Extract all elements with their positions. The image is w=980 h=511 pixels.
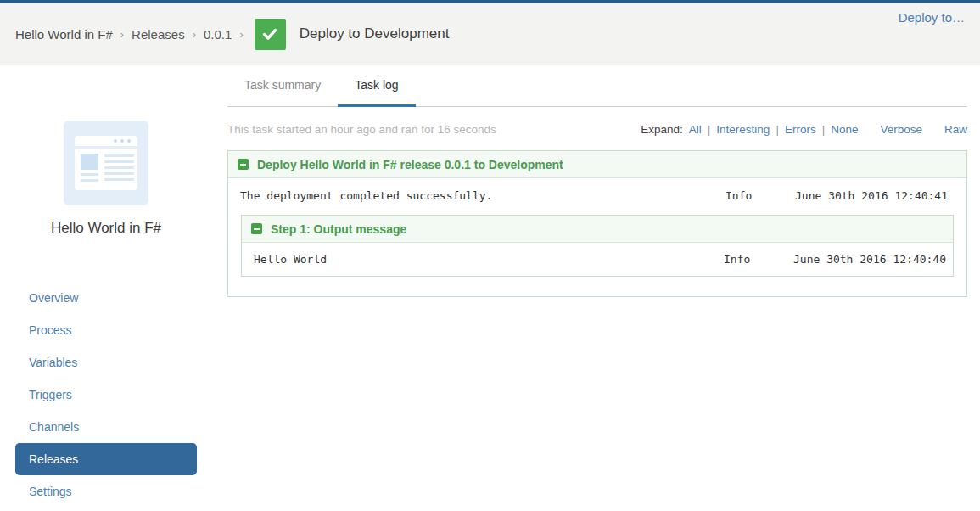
control-separator: |: [776, 123, 779, 136]
step-section-header[interactable]: Step 1: Output message: [242, 216, 953, 243]
expand-label: Expand:: [641, 123, 683, 136]
log-section-header[interactable]: Deploy Hello World in F# release 0.0.1 t…: [228, 151, 966, 178]
expand-all-link[interactable]: All: [689, 123, 702, 136]
task-status-row: This task started an hour ago and ran fo…: [227, 123, 967, 136]
placeholder-text-line: [104, 154, 134, 157]
placeholder-text-line: [104, 178, 134, 181]
breadcrumb-project[interactable]: Hello World in F#: [15, 27, 113, 42]
window-dot: [127, 139, 131, 143]
log-timestamp: June 30th 2016 12:40:40: [793, 253, 948, 266]
log-timestamp: June 30th 2016 12:40:41: [795, 189, 949, 202]
task-duration-text: This task started an hour ago and ran fo…: [227, 123, 641, 136]
control-separator: |: [708, 123, 711, 136]
expand-errors-link[interactable]: Errors: [785, 123, 816, 136]
tab-bar: Task summary Task log: [227, 65, 967, 107]
project-name: Hello World in F#: [0, 220, 212, 237]
window-dot: [114, 139, 117, 143]
project-logo: [64, 121, 148, 205]
expand-interesting-link[interactable]: Interesting: [716, 123, 770, 136]
sidebar-item-triggers[interactable]: Triggers: [15, 379, 197, 411]
sidebar-nav: Overview Process Variables Triggers Chan…: [0, 282, 212, 508]
minus-glyph: [254, 228, 260, 230]
tab-task-summary[interactable]: Task summary: [227, 65, 338, 107]
browser-window-body: [75, 149, 137, 190]
check-icon: [261, 25, 278, 42]
sidebar-item-overview[interactable]: Overview: [15, 282, 197, 314]
breadcrumb-separator: ›: [120, 28, 124, 41]
log-message: The deployment completed successfully.: [240, 189, 725, 202]
breadcrumb-releases[interactable]: Releases: [132, 27, 185, 42]
page: Hello World in F# › Releases › 0.0.1 › D…: [0, 0, 980, 511]
sidebar-item-releases[interactable]: Releases: [15, 443, 197, 475]
tab-task-log[interactable]: Task log: [338, 65, 415, 107]
sidebar-item-process[interactable]: Process: [15, 314, 197, 346]
log-level: Info: [725, 189, 795, 202]
log-controls: Expand: All | Interesting | Errors | Non…: [641, 123, 967, 136]
task-success-icon: [255, 19, 286, 50]
placeholder-text-line: [104, 166, 134, 169]
control-separator: |: [822, 123, 826, 136]
log-row: The deployment completed successfully. I…: [228, 178, 966, 213]
log-panel-footer: [228, 277, 966, 296]
content: Hello World in F# Overview Process Varia…: [0, 65, 980, 510]
log-step-panel: Step 1: Output message Hello World Info …: [241, 215, 954, 277]
breadcrumb-separator: ›: [193, 28, 196, 41]
deploy-to-button[interactable]: Deploy to…: [899, 10, 965, 25]
verbose-link[interactable]: Verbose: [880, 123, 922, 136]
main-content: Task summary Task log This task started …: [212, 65, 980, 510]
sidebar-item-settings[interactable]: Settings: [15, 475, 197, 508]
sidebar-item-variables[interactable]: Variables: [15, 346, 197, 379]
sidebar: Hello World in F# Overview Process Varia…: [0, 65, 212, 510]
expand-none-link[interactable]: None: [831, 123, 858, 136]
placeholder-text-line: [104, 160, 134, 163]
step-section-title: Step 1: Output message: [271, 222, 406, 236]
collapse-icon[interactable]: [251, 223, 262, 234]
minus-glyph: [240, 164, 246, 166]
header-bar: Hello World in F# › Releases › 0.0.1 › D…: [0, 3, 980, 65]
window-dot: [120, 139, 124, 143]
log-section-title: Deploy Hello World in F# release 0.0.1 t…: [257, 158, 563, 171]
raw-link[interactable]: Raw: [944, 123, 967, 136]
breadcrumb-version[interactable]: 0.0.1: [204, 27, 232, 42]
log-message: Hello World: [254, 253, 724, 266]
sidebar-item-channels[interactable]: Channels: [15, 411, 197, 443]
browser-window-titlebar: [75, 136, 137, 146]
placeholder-text-line: [81, 179, 98, 182]
log-level: Info: [724, 253, 793, 266]
page-title: Deploy to Development: [300, 25, 450, 42]
collapse-icon[interactable]: [238, 159, 249, 170]
task-log-panel: Deploy Hello World in F# release 0.0.1 t…: [227, 150, 967, 297]
log-row: Hello World Info June 30th 2016 12:40:40: [242, 243, 953, 276]
breadcrumb-separator: ›: [239, 28, 243, 41]
placeholder-image-block: [81, 154, 98, 170]
placeholder-text-line: [81, 173, 98, 176]
placeholder-text-line: [104, 172, 134, 175]
